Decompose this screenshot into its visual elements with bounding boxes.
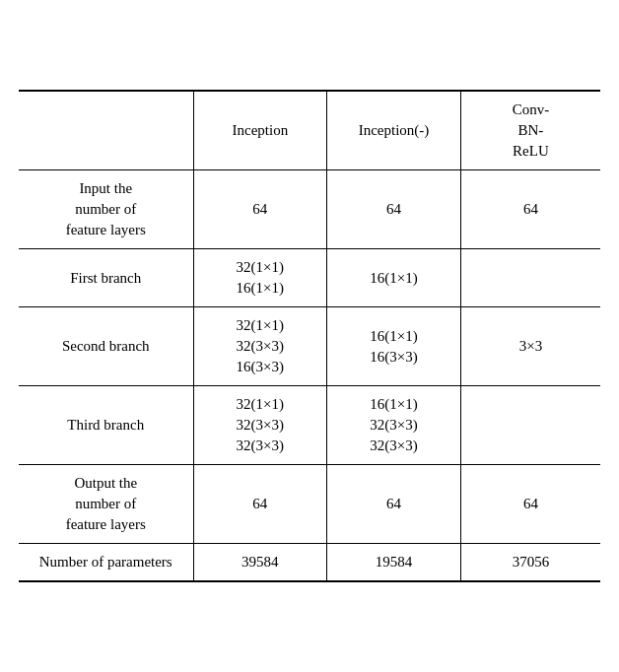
row-params-conv-bn-relu: 37056 <box>460 544 600 582</box>
header-col3: Inception(-) <box>327 91 461 170</box>
row-label-third-branch: Third branch <box>19 386 193 465</box>
row-first-conv <box>460 249 600 307</box>
row-second-inception: 32(1×1) 32(3×3) 16(3×3) <box>193 307 327 386</box>
table-row: Output the number of feature layers 64 6… <box>19 465 600 544</box>
table-row: Third branch 32(1×1) 32(3×3) 32(3×3) 16(… <box>19 386 600 465</box>
row-output-inception: 64 <box>193 465 327 544</box>
row-input-inception-minus: 64 <box>327 170 461 249</box>
row-first-inception: 32(1×1) 16(1×1) <box>193 249 327 307</box>
comparison-table: Inception Inception(-) Conv- BN- ReLU In… <box>19 90 600 582</box>
row-output-conv-bn-relu: 64 <box>460 465 600 544</box>
row-label-input: Input the number of feature layers <box>19 170 193 249</box>
row-label-params: Number of parameters <box>19 544 193 582</box>
table-row: Number of parameters 39584 19584 37056 <box>19 544 600 582</box>
row-params-inception: 39584 <box>193 544 327 582</box>
row-params-inception-minus: 19584 <box>327 544 461 582</box>
header-col4-line3: ReLU <box>513 143 549 159</box>
row-label-second-branch: Second branch <box>19 307 193 386</box>
table-row: Input the number of feature layers 64 64… <box>19 170 600 249</box>
header-col1 <box>19 91 193 170</box>
row-third-inception-minus: 16(1×1) 32(3×3) 32(3×3) <box>327 386 461 465</box>
header-col4-line2: BN- <box>518 122 544 138</box>
row-label-first-branch: First branch <box>19 249 193 307</box>
row-input-inception: 64 <box>193 170 327 249</box>
row-second-conv: 3×3 <box>460 307 600 386</box>
table-row: Second branch 32(1×1) 32(3×3) 16(3×3) 16… <box>19 307 600 386</box>
row-input-conv-bn-relu: 64 <box>460 170 600 249</box>
row-third-conv <box>460 386 600 465</box>
table-row: First branch 32(1×1) 16(1×1) 16(1×1) <box>19 249 600 307</box>
row-third-inception: 32(1×1) 32(3×3) 32(3×3) <box>193 386 327 465</box>
header-col4: Conv- BN- ReLU <box>460 91 600 170</box>
row-output-inception-minus: 64 <box>327 465 461 544</box>
header-col2: Inception <box>193 91 327 170</box>
row-label-output: Output the number of feature layers <box>19 465 193 544</box>
header-col4-line1: Conv- <box>513 101 550 117</box>
header-row: Inception Inception(-) Conv- BN- ReLU <box>19 91 600 170</box>
row-second-inception-minus: 16(1×1) 16(3×3) <box>327 307 461 386</box>
row-first-inception-minus: 16(1×1) <box>327 249 461 307</box>
table-wrapper: Inception Inception(-) Conv- BN- ReLU In… <box>19 90 600 582</box>
